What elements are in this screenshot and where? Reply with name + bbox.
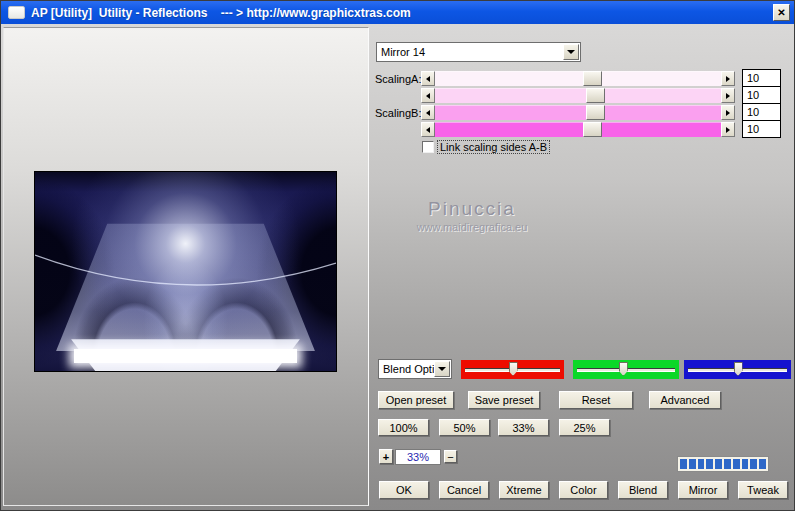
slider-thumb[interactable] bbox=[583, 71, 602, 86]
plugin-window: AP [Utility] Utility - Reflections --- >… bbox=[0, 0, 795, 511]
progress-segment bbox=[680, 459, 687, 469]
progress-segment bbox=[750, 459, 757, 469]
slider-track[interactable] bbox=[435, 122, 721, 137]
title-bar[interactable]: AP [Utility] Utility - Reflections --- >… bbox=[1, 1, 794, 24]
progress-segment bbox=[689, 459, 696, 469]
progress-segment bbox=[715, 459, 722, 469]
slider-right-arrow-button[interactable] bbox=[721, 88, 735, 103]
watermark-title: Pinuccia bbox=[379, 198, 565, 220]
progress-segment bbox=[724, 459, 731, 469]
ok-button[interactable]: OK bbox=[379, 481, 429, 499]
chevron-down-icon[interactable] bbox=[434, 361, 450, 377]
scaling-b1-slider bbox=[421, 105, 735, 120]
close-button[interactable]: ✕ bbox=[773, 4, 790, 21]
slider-left-arrow-button[interactable] bbox=[421, 105, 435, 120]
progress-segment bbox=[759, 459, 766, 469]
xtreme-button[interactable]: Xtreme bbox=[499, 481, 549, 499]
blue-slider-thumb[interactable] bbox=[734, 362, 743, 376]
scaling-b-label: ScalingB: bbox=[375, 107, 421, 119]
green-channel-slider[interactable] bbox=[573, 360, 679, 379]
zoom-out-button[interactable]: − bbox=[444, 450, 457, 463]
color-button[interactable]: Color bbox=[559, 481, 608, 499]
scaling-b1-value[interactable]: 10 bbox=[742, 103, 781, 121]
preview-curve-line bbox=[35, 172, 336, 371]
slider-thumb[interactable] bbox=[583, 122, 602, 137]
green-slider-thumb[interactable] bbox=[619, 362, 628, 376]
left-triangle-icon bbox=[426, 127, 430, 133]
zoom-level-value: 33% bbox=[395, 449, 441, 465]
blend-options-dropdown[interactable]: Blend Opti bbox=[378, 359, 452, 379]
progress-bar bbox=[677, 456, 769, 472]
slider-right-arrow-button[interactable] bbox=[721, 71, 735, 86]
slider-left-arrow-button[interactable] bbox=[421, 71, 435, 86]
progress-segment bbox=[706, 459, 713, 469]
progress-segment bbox=[733, 459, 740, 469]
slider-track[interactable] bbox=[435, 88, 721, 103]
scaling-a1-slider bbox=[421, 71, 735, 86]
dialog-body: Mirror 14 ScalingA: ScalingB: bbox=[1, 24, 794, 510]
scaling-b2-slider bbox=[421, 122, 735, 137]
preview-image[interactable] bbox=[34, 171, 337, 372]
scaling-a2-value[interactable]: 10 bbox=[742, 86, 781, 104]
left-triangle-icon bbox=[426, 76, 430, 82]
right-triangle-icon bbox=[726, 110, 730, 116]
zoom-50-button[interactable]: 50% bbox=[439, 419, 490, 436]
preset-dropdown[interactable]: Mirror 14 bbox=[376, 42, 581, 62]
left-triangle-icon bbox=[426, 110, 430, 116]
tweak-button[interactable]: Tweak bbox=[738, 481, 788, 499]
slider-right-arrow-button[interactable] bbox=[721, 105, 735, 120]
reset-button[interactable]: Reset bbox=[559, 391, 633, 409]
zoom-33-button[interactable]: 33% bbox=[498, 419, 549, 436]
cancel-button[interactable]: Cancel bbox=[439, 481, 489, 499]
scaling-a-label: ScalingA: bbox=[375, 73, 421, 85]
right-triangle-icon bbox=[726, 127, 730, 133]
down-triangle-icon bbox=[438, 367, 446, 371]
slider-left-arrow-button[interactable] bbox=[421, 122, 435, 137]
right-triangle-icon bbox=[726, 76, 730, 82]
preset-dropdown-value: Mirror 14 bbox=[377, 46, 563, 58]
link-scaling-row: Link scaling sides A-B bbox=[422, 141, 549, 153]
slider-right-arrow-button[interactable] bbox=[721, 122, 735, 137]
preview-panel bbox=[3, 27, 369, 506]
blue-channel-slider[interactable] bbox=[684, 360, 791, 379]
watermark: Pinuccia www.maidiregrafica.eu bbox=[379, 198, 565, 233]
progress-segment bbox=[742, 459, 749, 469]
down-triangle-icon bbox=[567, 50, 575, 54]
app-icon bbox=[8, 6, 25, 19]
link-scaling-checkbox[interactable] bbox=[422, 141, 434, 153]
slider-left-arrow-button[interactable] bbox=[421, 88, 435, 103]
chevron-down-icon[interactable] bbox=[563, 44, 579, 60]
progress-segment bbox=[698, 459, 705, 469]
close-icon: ✕ bbox=[777, 7, 785, 18]
watermark-url: www.maidiregrafica.eu bbox=[379, 221, 565, 233]
red-channel-slider[interactable] bbox=[461, 360, 564, 379]
slider-thumb[interactable] bbox=[586, 105, 605, 120]
open-preset-button[interactable]: Open preset bbox=[378, 391, 454, 409]
zoom-25-button[interactable]: 25% bbox=[559, 419, 610, 436]
slider-thumb[interactable] bbox=[586, 88, 605, 103]
advanced-button[interactable]: Advanced bbox=[649, 391, 721, 409]
red-slider-thumb[interactable] bbox=[509, 362, 518, 376]
link-scaling-label: Link scaling sides A-B bbox=[438, 141, 549, 153]
blend-button[interactable]: Blend bbox=[618, 481, 668, 499]
right-triangle-icon bbox=[726, 93, 730, 99]
blend-options-value: Blend Opti bbox=[379, 363, 434, 375]
slider-track[interactable] bbox=[435, 105, 721, 120]
scaling-a1-value[interactable]: 10 bbox=[742, 69, 781, 87]
save-preset-button[interactable]: Save preset bbox=[468, 391, 540, 409]
window-title: AP [Utility] Utility - Reflections --- >… bbox=[31, 6, 773, 20]
left-triangle-icon bbox=[426, 93, 430, 99]
slider-track[interactable] bbox=[435, 71, 721, 86]
mirror-button[interactable]: Mirror bbox=[678, 481, 728, 499]
scaling-b2-value[interactable]: 10 bbox=[742, 120, 781, 138]
zoom-in-button[interactable]: + bbox=[379, 449, 393, 464]
zoom-100-button[interactable]: 100% bbox=[378, 419, 429, 436]
scaling-a2-slider bbox=[421, 88, 735, 103]
